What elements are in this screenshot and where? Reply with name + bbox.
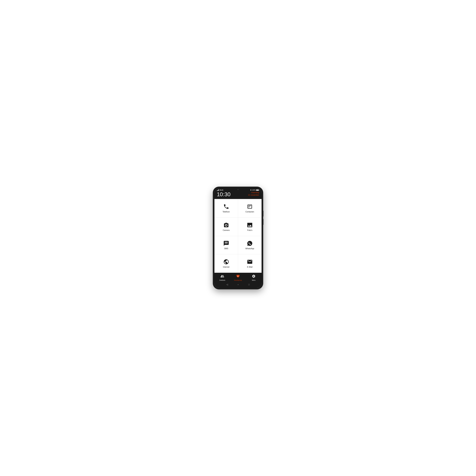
status-bar: WLAN 10:30 ✱ 100% maandag <box>214 188 262 199</box>
app-contacten-label: Contacten <box>245 211 254 213</box>
nav-sneltoets[interactable]: Sneltoets <box>214 274 230 281</box>
app-whatsapp-label: WhatsApp <box>245 248 254 250</box>
phone-screen: WLAN 10:30 ✱ 100% maandag <box>214 188 262 288</box>
app-fotos-label: Foto's <box>247 229 252 231</box>
app-telefoon-label: Telefoon <box>222 211 230 213</box>
nav-sneltoets-label: Sneltoets <box>219 279 225 281</box>
app-sms[interactable]: SMS <box>214 236 238 255</box>
whatsapp-icon <box>247 240 253 246</box>
camera-icon <box>223 222 229 228</box>
battery-icon <box>256 189 259 191</box>
app-internet-label: Internet <box>223 266 229 268</box>
app-internet[interactable]: Internet <box>214 254 238 273</box>
app-sms-label: SMS <box>224 248 228 250</box>
email-icon <box>247 259 253 265</box>
recent-button[interactable]: □ <box>248 283 250 286</box>
nav-noodoproep[interactable]: Noodoproep <box>230 274 246 281</box>
signal-bars-icon <box>217 189 219 191</box>
app-email[interactable]: E-Mail <box>238 254 262 273</box>
time-display: 10:30 <box>217 192 231 197</box>
gear-icon <box>252 274 255 279</box>
app-camera-label: Camera <box>223 229 230 231</box>
front-camera <box>238 189 238 190</box>
nav-menu[interactable]: Menu <box>246 274 262 281</box>
app-camera[interactable]: Camera <box>214 218 238 236</box>
notch <box>235 188 241 191</box>
internet-icon <box>223 259 229 265</box>
sms-icon <box>223 240 229 246</box>
android-nav-bar: ◁ ○ □ <box>214 282 262 288</box>
home-button[interactable]: ○ <box>238 283 239 286</box>
phone-device: WLAN 10:30 ✱ 100% maandag <box>213 187 263 289</box>
volume-button-down[interactable] <box>263 219 263 225</box>
date-display: maandag 21 november <box>248 191 259 196</box>
app-fotos[interactable]: Foto's <box>238 218 262 236</box>
volume-button-up[interactable] <box>263 211 263 217</box>
app-grid: Telefoon Contacten Ca <box>214 199 262 273</box>
app-contacten[interactable]: Contacten <box>238 199 262 218</box>
contacts-icon <box>247 204 253 210</box>
status-bar-left: WLAN 10:30 <box>217 189 231 197</box>
app-whatsapp[interactable]: WhatsApp <box>238 236 262 255</box>
nav-bar: Sneltoets Noodoproep <box>214 273 262 282</box>
people-icon <box>221 274 224 279</box>
status-bar-right: ✱ 100% maandag 21 november <box>248 189 259 196</box>
bluetooth-icon: ✱ <box>250 189 252 191</box>
app-telefoon[interactable]: Telefoon <box>214 199 238 218</box>
battery-percent: 100% <box>252 189 255 191</box>
back-button[interactable]: ◁ <box>226 283 228 286</box>
app-email-label: E-Mail <box>247 266 252 268</box>
nav-noodoproep-label: Noodoproep <box>234 279 242 281</box>
phone-icon <box>223 204 229 210</box>
photos-icon <box>247 222 253 228</box>
wifi-label: WLAN <box>220 189 223 191</box>
heart-pulse-icon <box>236 274 240 279</box>
nav-menu-label: Menu <box>252 279 255 281</box>
